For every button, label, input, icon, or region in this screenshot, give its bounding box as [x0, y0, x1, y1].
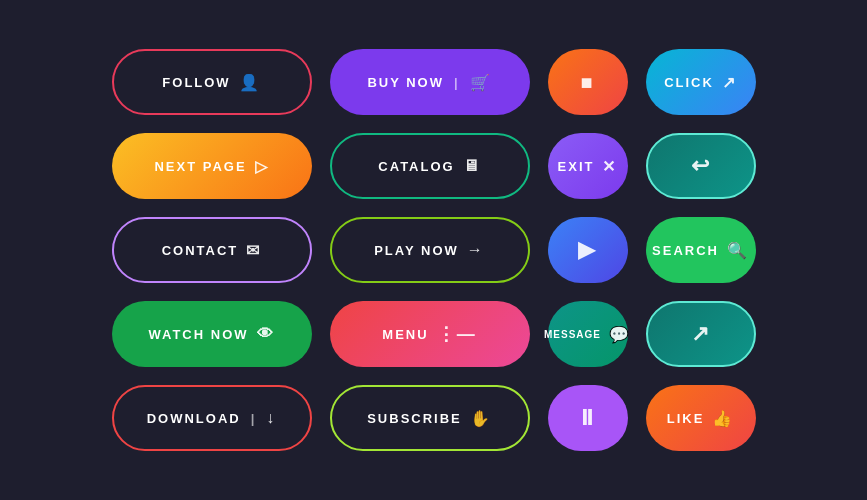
download-button[interactable]: DOWNLOAD | ↓ — [112, 385, 312, 451]
share-button[interactable]: ↗ — [646, 301, 756, 367]
message-label: MESSAGE — [544, 329, 601, 340]
contact-button[interactable]: CONTACT ✉ — [112, 217, 312, 283]
arrow-icon: ↗ — [722, 73, 737, 92]
buy-now-label: BUY NOW — [367, 75, 444, 90]
play-triangle-icon: ▶ — [578, 237, 597, 263]
chat-icon: 💬 — [609, 325, 631, 344]
hand-icon: ✋ — [470, 409, 492, 428]
follow-button[interactable]: FOLLOW 👤 — [112, 49, 312, 115]
like-button[interactable]: LIKE 👍 — [646, 385, 756, 451]
menu-label: MENU — [382, 327, 428, 342]
message-button[interactable]: MESSAGE 💬 — [548, 301, 628, 367]
subscribe-label: SUBSCRIBE — [367, 411, 462, 426]
subscribe-button[interactable]: SUBSCRIBE ✋ — [330, 385, 530, 451]
search-icon: 🔍 — [727, 241, 749, 260]
contact-label: CONTACT — [162, 243, 239, 258]
stop-button[interactable]: ■ — [548, 49, 628, 115]
exit-button[interactable]: EXIT ✕ — [548, 133, 628, 199]
catalog-button[interactable]: CATALOG 🖥 — [330, 133, 530, 199]
arrow-icon: → — [467, 241, 485, 259]
x-icon: ✕ — [602, 157, 617, 176]
play-now-label: PLAY NOW — [374, 243, 459, 258]
arrow-right-icon: ▷ — [255, 157, 269, 176]
like-label: LIKE — [667, 411, 705, 426]
menu-lines-icon: ⋮— — [437, 323, 477, 345]
watch-now-button[interactable]: WATCH NOW 👁 — [112, 301, 312, 367]
search-button[interactable]: SEARCH 🔍 — [646, 217, 756, 283]
button-grid: FOLLOW 👤 BUY NOW | 🛒 ■ CLICK ↗ NEXT PAGE… — [82, 19, 786, 481]
next-page-button[interactable]: NEXT PAGE ▷ — [112, 133, 312, 199]
back-button[interactable]: ↩ — [646, 133, 756, 199]
divider: | — [251, 411, 257, 426]
mail-icon: ✉ — [246, 241, 261, 260]
download-label: DOWNLOAD — [147, 411, 241, 426]
play-icon-button[interactable]: ▶ — [548, 217, 628, 283]
share-icon: ↗ — [691, 321, 711, 347]
monitor-icon: 🖥 — [463, 157, 481, 175]
user-icon: 👤 — [239, 73, 261, 92]
eye-icon: 👁 — [257, 325, 275, 343]
back-icon: ↩ — [691, 153, 711, 179]
pause-icon: ⏸ — [576, 405, 600, 431]
click-button[interactable]: CLICK ↗ — [646, 49, 756, 115]
follow-label: FOLLOW — [162, 75, 230, 90]
menu-button[interactable]: MENU ⋮— — [330, 301, 530, 367]
download-icon: ↓ — [266, 409, 276, 427]
click-label: CLICK — [664, 75, 714, 90]
divider: | — [454, 75, 460, 90]
buy-now-button[interactable]: BUY NOW | 🛒 — [330, 49, 530, 115]
catalog-label: CATALOG — [378, 159, 454, 174]
cart-icon: 🛒 — [470, 73, 492, 92]
watch-now-label: WATCH NOW — [148, 327, 248, 342]
play-now-button[interactable]: PLAY NOW → — [330, 217, 530, 283]
search-label: SEARCH — [652, 243, 719, 258]
stop-icon: ■ — [580, 71, 594, 94]
next-page-label: NEXT PAGE — [154, 159, 246, 174]
exit-label: EXIT — [558, 159, 595, 174]
pause-button[interactable]: ⏸ — [548, 385, 628, 451]
thumbs-up-icon: 👍 — [712, 409, 734, 428]
